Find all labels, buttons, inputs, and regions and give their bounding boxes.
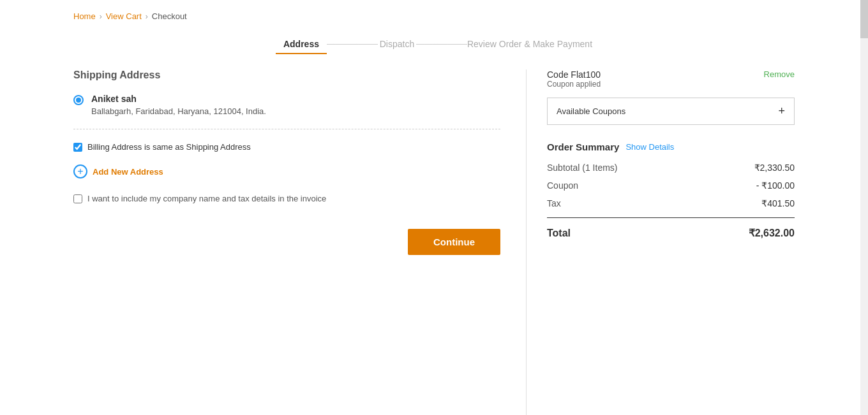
summary-row-1: Coupon - ₹100.00 <box>547 180 795 191</box>
summary-divider <box>547 217 795 218</box>
summary-row-2: Tax ₹401.50 <box>547 198 795 208</box>
billing-checkbox-row: Billing Address is same as Shipping Addr… <box>73 142 500 152</box>
connector-line-2 <box>416 44 467 45</box>
right-panel: Code Flat100 Coupon applied Remove Avail… <box>527 69 795 415</box>
summary-row-0: Subtotal (1 Items) ₹2,330.50 <box>547 163 795 173</box>
breadcrumb-view-cart[interactable]: View Cart <box>106 11 142 21</box>
checkout-stepper: Address Dispatch Review Order & Make Pay… <box>0 33 868 69</box>
breadcrumb-sep-2: › <box>146 12 148 21</box>
coupon-label: Coupon <box>547 180 578 191</box>
step-connector-2 <box>416 44 467 50</box>
tax-label: Tax <box>547 198 561 208</box>
breadcrumb: Home › View Cart › Checkout <box>0 0 868 33</box>
show-details-link[interactable]: Show Details <box>625 142 674 152</box>
coupon-section: Code Flat100 Coupon applied Remove Avail… <box>547 69 795 125</box>
available-coupons-label: Available Coupons <box>557 106 625 116</box>
step-review-label: Review Order & Make Payment <box>467 39 592 53</box>
step-address-underline <box>276 53 327 54</box>
add-address-label: Add New Address <box>93 167 163 177</box>
connector-line-1 <box>327 44 378 45</box>
address-name: Aniket sah <box>91 94 266 104</box>
address-divider <box>73 129 500 129</box>
step-address-label: Address <box>283 39 319 53</box>
main-content: Shipping Address Aniket sah Ballabgarh, … <box>0 69 868 415</box>
step-dispatch-underline <box>378 53 416 54</box>
subtotal-value: ₹2,330.50 <box>754 163 795 173</box>
page-wrapper: Home › View Cart › Checkout Address Disp… <box>0 0 868 415</box>
total-value: ₹2,632.00 <box>749 227 795 239</box>
subtotal-label: Subtotal (1 Items) <box>547 163 618 173</box>
coupon-code: Code Flat100 <box>547 69 601 80</box>
invoice-label: I want to include my company name and ta… <box>87 194 326 203</box>
total-row: Total ₹2,632.00 <box>547 227 795 239</box>
left-panel: Shipping Address Aniket sah Ballabgarh, … <box>73 69 527 415</box>
step-connector-1 <box>327 44 378 50</box>
invoice-checkbox[interactable] <box>73 194 82 203</box>
coupon-info: Code Flat100 Coupon applied <box>547 69 601 89</box>
scrollbar-thumb <box>860 0 868 38</box>
tax-value: ₹401.50 <box>761 198 795 208</box>
order-summary-header: Order Summary Show Details <box>547 142 795 152</box>
billing-checkbox[interactable] <box>73 143 82 152</box>
address-radio[interactable] <box>73 95 84 105</box>
scrollbar-track <box>860 0 868 415</box>
coupon-applied-row: Code Flat100 Coupon applied Remove <box>547 69 795 89</box>
add-address-icon: + <box>73 164 87 178</box>
invoice-checkbox-row: I want to include my company name and ta… <box>73 194 500 203</box>
continue-btn-row: Continue <box>73 229 500 255</box>
add-address-row[interactable]: + Add New Address <box>73 164 500 178</box>
breadcrumb-home[interactable]: Home <box>73 11 96 21</box>
address-item: Aniket sah Ballabgarh, Faridabad, Haryan… <box>73 94 500 116</box>
remove-coupon-link[interactable]: Remove <box>764 69 795 79</box>
breadcrumb-sep-1: › <box>100 12 102 21</box>
shipping-title: Shipping Address <box>73 69 500 81</box>
step-dispatch: Dispatch <box>378 39 416 54</box>
coupon-applied-text: Coupon applied <box>547 80 601 89</box>
step-review: Review Order & Make Payment <box>467 39 592 54</box>
order-summary-title: Order Summary <box>547 142 619 152</box>
billing-label: Billing Address is same as Shipping Addr… <box>87 142 251 152</box>
plus-icon: + <box>778 105 785 118</box>
available-coupons-box[interactable]: Available Coupons + <box>547 98 795 125</box>
address-line: Ballabgarh, Faridabad, Haryana, 121004, … <box>91 106 266 116</box>
step-dispatch-label: Dispatch <box>380 39 414 53</box>
breadcrumb-current: Checkout <box>152 11 187 21</box>
coupon-value: - ₹100.00 <box>756 180 795 191</box>
step-address: Address <box>276 39 327 54</box>
step-review-underline <box>472 53 587 54</box>
total-label: Total <box>547 228 571 239</box>
address-details: Aniket sah Ballabgarh, Faridabad, Haryan… <box>91 94 266 116</box>
radio-inner <box>76 98 81 103</box>
continue-button[interactable]: Continue <box>408 229 500 255</box>
